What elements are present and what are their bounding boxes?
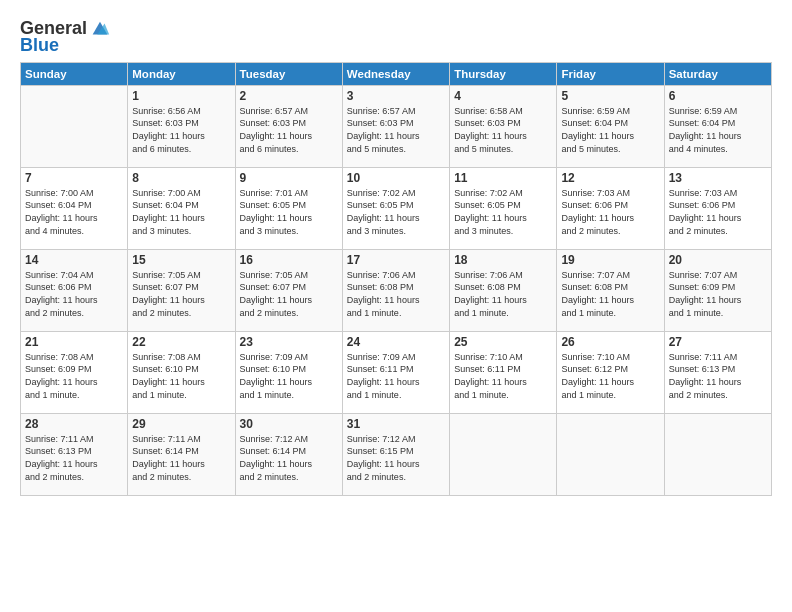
day-info: Sunrise: 7:08 AM Sunset: 6:10 PM Dayligh…: [132, 351, 230, 401]
day-number: 5: [561, 89, 659, 103]
day-number: 11: [454, 171, 552, 185]
calendar-cell: 31Sunrise: 7:12 AM Sunset: 6:15 PM Dayli…: [342, 413, 449, 495]
day-info: Sunrise: 7:06 AM Sunset: 6:08 PM Dayligh…: [347, 269, 445, 319]
day-number: 13: [669, 171, 767, 185]
day-info: Sunrise: 7:12 AM Sunset: 6:15 PM Dayligh…: [347, 433, 445, 483]
calendar-cell: 27Sunrise: 7:11 AM Sunset: 6:13 PM Dayli…: [664, 331, 771, 413]
calendar-cell: [557, 413, 664, 495]
weekday-header-friday: Friday: [557, 62, 664, 85]
day-info: Sunrise: 7:11 AM Sunset: 6:14 PM Dayligh…: [132, 433, 230, 483]
day-info: Sunrise: 7:00 AM Sunset: 6:04 PM Dayligh…: [132, 187, 230, 237]
day-number: 24: [347, 335, 445, 349]
header: General Blue: [20, 18, 772, 56]
calendar-cell: 2Sunrise: 6:57 AM Sunset: 6:03 PM Daylig…: [235, 85, 342, 167]
day-number: 28: [25, 417, 123, 431]
calendar-cell: 6Sunrise: 6:59 AM Sunset: 6:04 PM Daylig…: [664, 85, 771, 167]
calendar-cell: 29Sunrise: 7:11 AM Sunset: 6:14 PM Dayli…: [128, 413, 235, 495]
calendar-cell: 11Sunrise: 7:02 AM Sunset: 6:05 PM Dayli…: [450, 167, 557, 249]
weekday-header-wednesday: Wednesday: [342, 62, 449, 85]
calendar-week-row: 7Sunrise: 7:00 AM Sunset: 6:04 PM Daylig…: [21, 167, 772, 249]
calendar-week-row: 1Sunrise: 6:56 AM Sunset: 6:03 PM Daylig…: [21, 85, 772, 167]
day-number: 25: [454, 335, 552, 349]
calendar-week-row: 28Sunrise: 7:11 AM Sunset: 6:13 PM Dayli…: [21, 413, 772, 495]
day-info: Sunrise: 7:09 AM Sunset: 6:10 PM Dayligh…: [240, 351, 338, 401]
weekday-header-tuesday: Tuesday: [235, 62, 342, 85]
calendar-cell: 14Sunrise: 7:04 AM Sunset: 6:06 PM Dayli…: [21, 249, 128, 331]
day-info: Sunrise: 7:08 AM Sunset: 6:09 PM Dayligh…: [25, 351, 123, 401]
calendar-cell: 16Sunrise: 7:05 AM Sunset: 6:07 PM Dayli…: [235, 249, 342, 331]
page-container: General Blue SundayMondayTuesdayWednesda…: [0, 0, 792, 612]
calendar-cell: 19Sunrise: 7:07 AM Sunset: 6:08 PM Dayli…: [557, 249, 664, 331]
day-number: 19: [561, 253, 659, 267]
day-info: Sunrise: 7:10 AM Sunset: 6:11 PM Dayligh…: [454, 351, 552, 401]
day-info: Sunrise: 6:56 AM Sunset: 6:03 PM Dayligh…: [132, 105, 230, 155]
day-info: Sunrise: 7:05 AM Sunset: 6:07 PM Dayligh…: [132, 269, 230, 319]
calendar-cell: 21Sunrise: 7:08 AM Sunset: 6:09 PM Dayli…: [21, 331, 128, 413]
day-info: Sunrise: 7:07 AM Sunset: 6:08 PM Dayligh…: [561, 269, 659, 319]
day-info: Sunrise: 6:59 AM Sunset: 6:04 PM Dayligh…: [669, 105, 767, 155]
weekday-header-monday: Monday: [128, 62, 235, 85]
day-info: Sunrise: 6:58 AM Sunset: 6:03 PM Dayligh…: [454, 105, 552, 155]
calendar-cell: 1Sunrise: 6:56 AM Sunset: 6:03 PM Daylig…: [128, 85, 235, 167]
calendar-cell: 26Sunrise: 7:10 AM Sunset: 6:12 PM Dayli…: [557, 331, 664, 413]
day-info: Sunrise: 7:03 AM Sunset: 6:06 PM Dayligh…: [561, 187, 659, 237]
day-info: Sunrise: 6:57 AM Sunset: 6:03 PM Dayligh…: [347, 105, 445, 155]
day-info: Sunrise: 7:05 AM Sunset: 6:07 PM Dayligh…: [240, 269, 338, 319]
day-number: 30: [240, 417, 338, 431]
calendar-week-row: 21Sunrise: 7:08 AM Sunset: 6:09 PM Dayli…: [21, 331, 772, 413]
weekday-header-thursday: Thursday: [450, 62, 557, 85]
day-number: 17: [347, 253, 445, 267]
day-info: Sunrise: 7:11 AM Sunset: 6:13 PM Dayligh…: [669, 351, 767, 401]
calendar-cell: [450, 413, 557, 495]
day-number: 31: [347, 417, 445, 431]
calendar-cell: 20Sunrise: 7:07 AM Sunset: 6:09 PM Dayli…: [664, 249, 771, 331]
day-info: Sunrise: 7:02 AM Sunset: 6:05 PM Dayligh…: [454, 187, 552, 237]
day-info: Sunrise: 7:11 AM Sunset: 6:13 PM Dayligh…: [25, 433, 123, 483]
calendar-cell: [664, 413, 771, 495]
day-number: 8: [132, 171, 230, 185]
calendar-cell: 13Sunrise: 7:03 AM Sunset: 6:06 PM Dayli…: [664, 167, 771, 249]
calendar-cell: 24Sunrise: 7:09 AM Sunset: 6:11 PM Dayli…: [342, 331, 449, 413]
day-info: Sunrise: 7:01 AM Sunset: 6:05 PM Dayligh…: [240, 187, 338, 237]
weekday-header-sunday: Sunday: [21, 62, 128, 85]
day-number: 22: [132, 335, 230, 349]
day-info: Sunrise: 7:02 AM Sunset: 6:05 PM Dayligh…: [347, 187, 445, 237]
day-number: 9: [240, 171, 338, 185]
calendar-cell: 15Sunrise: 7:05 AM Sunset: 6:07 PM Dayli…: [128, 249, 235, 331]
calendar-cell: 8Sunrise: 7:00 AM Sunset: 6:04 PM Daylig…: [128, 167, 235, 249]
day-number: 4: [454, 89, 552, 103]
day-number: 16: [240, 253, 338, 267]
calendar-week-row: 14Sunrise: 7:04 AM Sunset: 6:06 PM Dayli…: [21, 249, 772, 331]
calendar-cell: 28Sunrise: 7:11 AM Sunset: 6:13 PM Dayli…: [21, 413, 128, 495]
day-number: 10: [347, 171, 445, 185]
day-number: 18: [454, 253, 552, 267]
calendar-cell: 7Sunrise: 7:00 AM Sunset: 6:04 PM Daylig…: [21, 167, 128, 249]
day-number: 12: [561, 171, 659, 185]
calendar-table: SundayMondayTuesdayWednesdayThursdayFrid…: [20, 62, 772, 496]
day-number: 14: [25, 253, 123, 267]
day-number: 26: [561, 335, 659, 349]
day-info: Sunrise: 7:09 AM Sunset: 6:11 PM Dayligh…: [347, 351, 445, 401]
day-number: 6: [669, 89, 767, 103]
day-info: Sunrise: 7:00 AM Sunset: 6:04 PM Dayligh…: [25, 187, 123, 237]
day-number: 23: [240, 335, 338, 349]
day-number: 29: [132, 417, 230, 431]
day-info: Sunrise: 7:12 AM Sunset: 6:14 PM Dayligh…: [240, 433, 338, 483]
calendar-cell: 4Sunrise: 6:58 AM Sunset: 6:03 PM Daylig…: [450, 85, 557, 167]
day-info: Sunrise: 7:04 AM Sunset: 6:06 PM Dayligh…: [25, 269, 123, 319]
calendar-cell: 22Sunrise: 7:08 AM Sunset: 6:10 PM Dayli…: [128, 331, 235, 413]
day-number: 20: [669, 253, 767, 267]
logo: General Blue: [20, 18, 115, 56]
day-number: 15: [132, 253, 230, 267]
logo-text-blue: Blue: [20, 36, 59, 56]
day-number: 1: [132, 89, 230, 103]
calendar-cell: [21, 85, 128, 167]
weekday-header-saturday: Saturday: [664, 62, 771, 85]
calendar-cell: 18Sunrise: 7:06 AM Sunset: 6:08 PM Dayli…: [450, 249, 557, 331]
logo-icon: [89, 18, 111, 40]
calendar-cell: 3Sunrise: 6:57 AM Sunset: 6:03 PM Daylig…: [342, 85, 449, 167]
calendar-cell: 25Sunrise: 7:10 AM Sunset: 6:11 PM Dayli…: [450, 331, 557, 413]
calendar-header-row: SundayMondayTuesdayWednesdayThursdayFrid…: [21, 62, 772, 85]
day-info: Sunrise: 7:10 AM Sunset: 6:12 PM Dayligh…: [561, 351, 659, 401]
day-info: Sunrise: 7:07 AM Sunset: 6:09 PM Dayligh…: [669, 269, 767, 319]
